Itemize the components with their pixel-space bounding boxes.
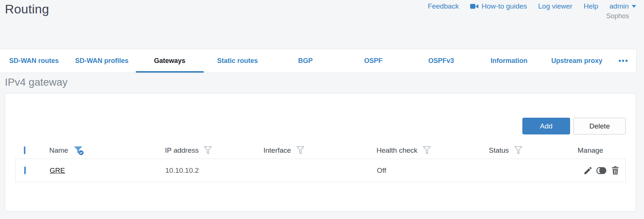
log-viewer-label: Log viewer [538, 2, 572, 10]
table-toolbar: Add Delete [15, 118, 626, 134]
ipv4-gateway-panel: Add Delete Name IP address Interface [5, 93, 636, 212]
filter-icon[interactable] [296, 146, 305, 155]
table-header-row: Name IP address Interface Health check [15, 142, 626, 159]
column-header-interface: Interface [263, 146, 376, 155]
video-camera-icon [470, 3, 479, 9]
tab-gateways[interactable]: Gateways [136, 49, 204, 73]
filter-icon[interactable] [203, 146, 212, 155]
feedback-link-label: Feedback [428, 2, 459, 10]
filter-active-icon[interactable] [73, 145, 84, 156]
column-header-name: Name [49, 145, 165, 156]
column-label-status: Status [489, 146, 509, 155]
howto-guides-link[interactable]: How-to guides [470, 2, 527, 10]
tab-ospf[interactable]: OSPF [339, 49, 407, 73]
gateway-manage-cell [578, 166, 625, 175]
column-header-status: Status [489, 146, 578, 155]
page-title: Routing [5, 2, 49, 16]
row-checkbox[interactable] [24, 166, 26, 174]
gateway-health-check-cell: Off [377, 166, 489, 175]
select-all-checkbox[interactable] [24, 146, 25, 154]
filter-icon[interactable] [422, 146, 431, 155]
column-label-health-check: Health check [376, 146, 418, 155]
admin-menu-label: admin [609, 2, 629, 10]
column-label-interface: Interface [263, 146, 291, 155]
feedback-link[interactable]: Feedback [428, 2, 459, 10]
section-heading: IPv4 gateway [5, 76, 68, 88]
howto-guides-label: How-to guides [482, 2, 527, 10]
delete-trash-icon[interactable] [611, 166, 620, 175]
gateway-name-link[interactable]: GRE [50, 166, 65, 174]
top-nav: Feedback How-to guides Log viewer Help a… [428, 2, 636, 10]
delete-button[interactable]: Delete [573, 118, 626, 134]
tab-information[interactable]: Information [475, 49, 543, 73]
gateway-status-cell [489, 166, 578, 175]
edit-pencil-icon[interactable] [583, 166, 593, 175]
tab-sdwan-routes[interactable]: SD-WAN routes [0, 49, 68, 73]
tab-ospfv3[interactable]: OSPFv3 [407, 49, 475, 73]
column-header-health-check: Health check [376, 146, 489, 155]
log-viewer-link[interactable]: Log viewer [538, 2, 572, 10]
column-header-manage: Manage [578, 146, 626, 155]
help-link-label: Help [584, 2, 598, 10]
gateway-name-cell: GRE [50, 166, 165, 175]
tab-sdwan-profiles[interactable]: SD-WAN profiles [68, 49, 136, 73]
column-label-name: Name [49, 146, 68, 155]
page-header: Routing Feedback How-to guides Log viewe… [0, 0, 644, 49]
add-button[interactable]: Add [522, 118, 570, 134]
clone-icon[interactable] [596, 166, 608, 175]
routing-tabbar: SD-WAN routes SD-WAN profiles Gateways S… [0, 49, 637, 73]
more-tabs-icon[interactable]: ••• [611, 49, 636, 73]
tab-upstream-proxy[interactable]: Upstream proxy [543, 49, 611, 73]
admin-menu[interactable]: admin [609, 2, 636, 10]
chevron-down-icon [632, 5, 636, 8]
gateway-ip-cell: 10.10.10.2 [165, 166, 264, 175]
column-label-ip-address: IP address [165, 146, 198, 155]
tab-static-routes[interactable]: Static routes [204, 49, 272, 73]
tab-bgp[interactable]: BGP [272, 49, 340, 73]
column-header-ip-address: IP address [165, 146, 263, 155]
filter-icon[interactable] [514, 146, 523, 155]
brand-label: Sophos [606, 12, 629, 20]
table-row: GRE 10.10.10.2 Off [15, 159, 626, 182]
help-link[interactable]: Help [584, 2, 598, 10]
column-label-manage: Manage [578, 146, 603, 155]
